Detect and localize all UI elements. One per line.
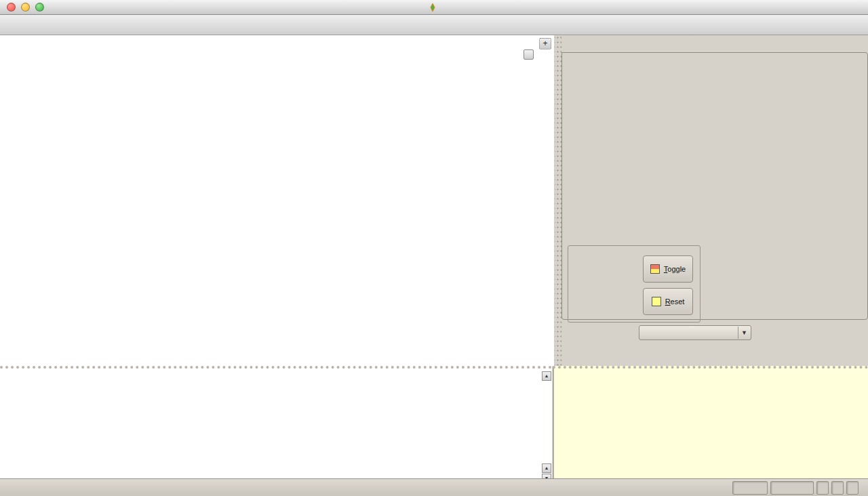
status-bar	[0, 478, 868, 496]
cursor-intensity-readout	[770, 481, 814, 495]
predefined-selection-dropdown[interactable]: ▼	[639, 325, 751, 340]
scroll-up-icon2[interactable]: ▲	[542, 463, 551, 473]
element-selection-groupbox: Toggle Reset	[568, 245, 701, 323]
match-application-window: + Toggle Reset	[0, 0, 868, 496]
credit-text	[846, 481, 859, 495]
close-window-button[interactable]	[7, 3, 16, 12]
database-info	[831, 481, 844, 495]
reset-swatch	[652, 297, 661, 306]
reset-label: eset	[671, 297, 685, 306]
experimental-pattern-legend	[521, 49, 534, 60]
vertical-splitter[interactable]	[555, 35, 561, 366]
window-title	[429, 3, 440, 12]
right-panel: Toggle Reset ▼	[561, 35, 868, 366]
composition-tab-body: Toggle Reset	[561, 52, 868, 320]
cursor-2theta-readout	[732, 481, 768, 495]
diffraction-pattern-plot[interactable]	[0, 35, 554, 366]
title-bar[interactable]	[0, 0, 868, 15]
main-toolbar	[0, 15, 868, 35]
toggle-swatch	[650, 264, 660, 274]
zoom-window-button[interactable]	[35, 3, 44, 12]
dropdown-arrow-icon: ▼	[738, 327, 750, 339]
scroll-up-icon[interactable]: ▲	[542, 371, 551, 381]
minimize-window-button[interactable]	[21, 3, 30, 12]
toggle-label: oggle	[667, 265, 686, 273]
entries-count	[816, 481, 829, 495]
close-pattern-icon[interactable]	[524, 49, 534, 60]
matched-phases-panel	[553, 366, 868, 478]
predefined-selection-row: ▼	[561, 325, 868, 340]
diffraction-plot-panel[interactable]: +	[0, 35, 554, 366]
candidate-list-panel: ▲ ▲ ▼	[0, 366, 552, 478]
reset-selection-button[interactable]: Reset	[643, 288, 693, 315]
candidate-scrollbar[interactable]: ▲ ▲ ▼	[542, 369, 551, 477]
add-view-button[interactable]: +	[539, 38, 551, 49]
toggle-button[interactable]: Toggle	[643, 255, 693, 283]
match-logo-icon	[429, 3, 437, 12]
